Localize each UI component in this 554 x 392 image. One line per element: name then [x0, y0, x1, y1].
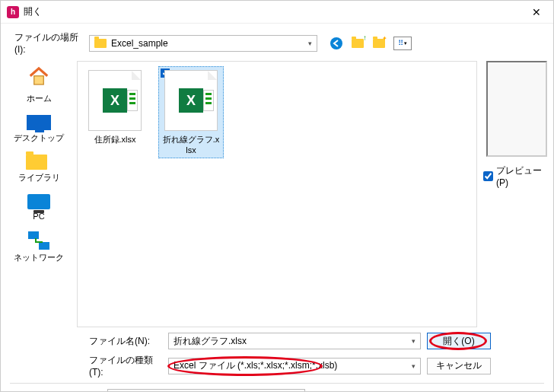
toolbar: ↑ ✦ ⠿ ▾: [330, 37, 412, 50]
chevron-down-icon: ▾: [308, 40, 312, 47]
network-icon: [28, 231, 49, 250]
location-value: Excel_sample: [111, 38, 168, 49]
excel-file-icon: X: [164, 70, 218, 131]
new-folder-button[interactable]: ✦: [372, 37, 386, 50]
filename-value: 折れ線グラフ.xlsx: [174, 335, 247, 348]
file-name: 折れ線グラフ.xlsx: [162, 134, 220, 155]
desktop-icon: [27, 115, 51, 130]
preview-pane: プレビュー(P): [483, 61, 550, 327]
preview-checkbox-input[interactable]: [483, 171, 493, 181]
back-button[interactable]: [330, 37, 343, 50]
filename-label: ファイル名(N):: [89, 335, 162, 348]
preview-label: プレビュー(P): [496, 164, 550, 188]
app-icon: h: [7, 6, 19, 18]
filename-combo[interactable]: 折れ線グラフ.xlsx ▾: [168, 333, 421, 349]
chevron-down-icon: ▾: [404, 40, 407, 46]
arrow-up-icon: ↑: [363, 33, 367, 42]
filetype-combo[interactable]: Excel ファイル (*.xls;*.xlsx;*.xlsm;*.xlsb) …: [168, 358, 421, 374]
sidebar-item-label: デスクトップ: [14, 132, 64, 144]
cancel-button-label: キャンセル: [436, 359, 482, 372]
sidebar-item-desktop[interactable]: デスクトップ: [14, 115, 64, 144]
edit-mode-combo[interactable]: 自動判別 ▾: [107, 389, 305, 392]
home-icon: [27, 65, 50, 91]
location-combo[interactable]: Excel_sample ▾: [89, 35, 317, 52]
open-button[interactable]: 開く(O): [427, 333, 491, 349]
filetype-value: Excel ファイル (*.xls;*.xlsx;*.xlsm;*.xlsb): [174, 359, 337, 372]
sidebar-item-label: ホーム: [27, 93, 52, 104]
file-list[interactable]: X 住所録.xlsx X 折れ線グラフ.xlsx: [77, 61, 477, 327]
chevron-down-icon: ▾: [412, 362, 416, 370]
preview-checkbox[interactable]: プレビュー(P): [483, 164, 550, 188]
cancel-button[interactable]: キャンセル: [427, 358, 491, 374]
svg-point-0: [330, 37, 342, 49]
chevron-down-icon: ▾: [412, 337, 416, 345]
folder-icon: [94, 39, 107, 48]
sidebar-item-network[interactable]: ネットワーク: [14, 231, 64, 263]
open-button-label: 開く(O): [443, 335, 474, 348]
library-icon: [26, 155, 52, 170]
titlebar: h 開く ✕: [1, 1, 553, 24]
sidebar-item-pc[interactable]: PC: [27, 194, 50, 221]
grid-icon: ⠿: [398, 39, 403, 47]
sidebar-item-library[interactable]: ライブラリ: [18, 155, 60, 183]
excel-file-icon: X: [88, 70, 142, 131]
file-name: 住所録.xlsx: [94, 134, 136, 145]
location-row: ファイルの場所(I): Excel_sample ▾ ↑ ✦ ⠿ ▾: [1, 24, 553, 61]
sidebar-item-label: ライブラリ: [18, 172, 60, 183]
main-area: ホーム デスクトップ ライブラリ PC ネットワーク X 住所録.xlsx: [1, 61, 553, 327]
svg-rect-1: [34, 76, 44, 84]
pc-icon: [27, 194, 50, 209]
up-folder-button[interactable]: ↑: [351, 37, 365, 50]
sidebar-item-home[interactable]: ホーム: [27, 65, 52, 104]
location-label: ファイルの場所(I):: [14, 31, 84, 55]
file-item[interactable]: X 折れ線グラフ.xlsx: [158, 66, 224, 158]
filetype-label: ファイルの種類(T):: [89, 354, 162, 378]
sidebar-item-label: ネットワーク: [14, 252, 64, 263]
separator: [10, 383, 544, 384]
places-sidebar: ホーム デスクトップ ライブラリ PC ネットワーク: [1, 61, 77, 327]
close-button[interactable]: ✕: [526, 6, 547, 18]
sparkle-icon: ✦: [382, 35, 387, 42]
view-menu-button[interactable]: ⠿ ▾: [393, 37, 412, 50]
file-item[interactable]: X 住所録.xlsx: [82, 66, 148, 149]
preview-box: [486, 61, 547, 157]
bottom-panel: ファイル名(N): 折れ線グラフ.xlsx ▾ 開く(O) ファイルの種類(T)…: [1, 327, 553, 392]
folder-icon: [352, 39, 364, 48]
dialog-title: 開く: [24, 5, 526, 18]
